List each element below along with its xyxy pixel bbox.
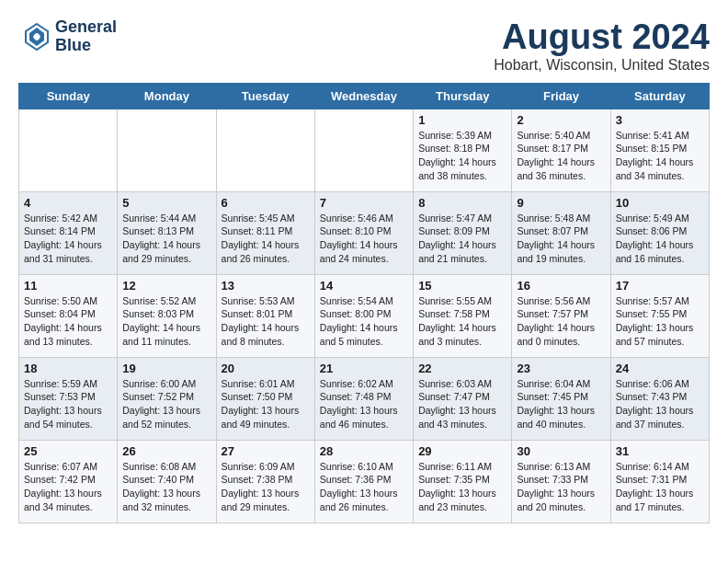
calendar-cell: 8Sunrise: 5:47 AM Sunset: 8:09 PM Daylig… (414, 191, 512, 274)
day-number: 29 (418, 444, 506, 458)
day-info: Sunrise: 6:08 AM Sunset: 7:40 PM Dayligh… (122, 460, 210, 514)
calendar-body: 1Sunrise: 5:39 AM Sunset: 8:18 PM Daylig… (19, 109, 710, 523)
calendar-cell: 28Sunrise: 6:10 AM Sunset: 7:36 PM Dayli… (314, 440, 413, 523)
calendar-header: SundayMondayTuesdayWednesdayThursdayFrid… (19, 83, 710, 109)
day-info: Sunrise: 5:53 AM Sunset: 8:01 PM Dayligh… (222, 294, 310, 349)
calendar-title: August 2024 (494, 18, 710, 57)
calendar-cell: 25Sunrise: 6:07 AM Sunset: 7:42 PM Dayli… (19, 440, 118, 523)
calendar-cell: 2Sunrise: 5:40 AM Sunset: 8:17 PM Daylig… (512, 109, 610, 191)
day-info: Sunrise: 6:01 AM Sunset: 7:50 PM Dayligh… (222, 377, 310, 431)
calendar-cell: 5Sunrise: 5:44 AM Sunset: 8:13 PM Daylig… (118, 191, 216, 274)
day-info: Sunrise: 5:50 AM Sunset: 8:04 PM Dayligh… (24, 294, 112, 349)
day-info: Sunrise: 5:52 AM Sunset: 8:03 PM Dayligh… (122, 294, 210, 349)
day-number: 12 (122, 279, 210, 293)
calendar-cell: 11Sunrise: 5:50 AM Sunset: 8:04 PM Dayli… (19, 274, 118, 357)
calendar-week-row: 1Sunrise: 5:39 AM Sunset: 8:18 PM Daylig… (19, 109, 710, 191)
calendar-cell: 31Sunrise: 6:14 AM Sunset: 7:31 PM Dayli… (610, 440, 709, 523)
title-block: August 2024 Hobart, Wisconsin, United St… (494, 18, 710, 74)
calendar-cell: 12Sunrise: 5:52 AM Sunset: 8:03 PM Dayli… (118, 274, 216, 357)
day-info: Sunrise: 5:56 AM Sunset: 7:57 PM Dayligh… (517, 294, 605, 349)
day-number: 30 (517, 444, 605, 458)
day-info: Sunrise: 6:03 AM Sunset: 7:47 PM Dayligh… (418, 377, 506, 431)
day-info: Sunrise: 5:57 AM Sunset: 7:55 PM Dayligh… (616, 294, 704, 349)
calendar-cell: 1Sunrise: 5:39 AM Sunset: 8:18 PM Daylig… (414, 109, 512, 191)
day-number: 6 (222, 196, 310, 210)
calendar-cell: 14Sunrise: 5:54 AM Sunset: 8:00 PM Dayli… (314, 274, 413, 357)
day-number: 10 (616, 196, 704, 210)
day-info: Sunrise: 5:46 AM Sunset: 8:10 PM Dayligh… (320, 212, 408, 266)
day-of-week-header: Thursday (414, 83, 512, 109)
logo-line2: Blue (55, 37, 117, 55)
day-number: 4 (24, 196, 112, 210)
day-number: 22 (418, 362, 506, 375)
calendar-table: SundayMondayTuesdayWednesdayThursdayFrid… (18, 83, 710, 523)
calendar-cell: 4Sunrise: 5:42 AM Sunset: 8:14 PM Daylig… (19, 191, 118, 274)
logo: General Blue (18, 18, 117, 55)
day-number: 8 (418, 196, 506, 210)
day-number: 17 (616, 279, 704, 293)
calendar-cell: 15Sunrise: 5:55 AM Sunset: 7:58 PM Dayli… (414, 274, 512, 357)
day-info: Sunrise: 6:00 AM Sunset: 7:52 PM Dayligh… (122, 377, 210, 431)
day-info: Sunrise: 5:48 AM Sunset: 8:07 PM Dayligh… (517, 212, 605, 266)
day-info: Sunrise: 6:14 AM Sunset: 7:31 PM Dayligh… (616, 460, 704, 514)
day-number: 7 (320, 196, 408, 210)
calendar-week-row: 11Sunrise: 5:50 AM Sunset: 8:04 PM Dayli… (19, 274, 710, 357)
day-info: Sunrise: 5:39 AM Sunset: 8:18 PM Dayligh… (418, 129, 506, 183)
day-number: 26 (122, 444, 210, 458)
calendar-week-row: 4Sunrise: 5:42 AM Sunset: 8:14 PM Daylig… (19, 191, 710, 274)
logo-line1: General (55, 18, 117, 37)
calendar-cell: 9Sunrise: 5:48 AM Sunset: 8:07 PM Daylig… (512, 191, 610, 274)
day-info: Sunrise: 6:09 AM Sunset: 7:38 PM Dayligh… (222, 460, 310, 514)
day-info: Sunrise: 6:02 AM Sunset: 7:48 PM Dayligh… (320, 377, 408, 431)
calendar-cell: 13Sunrise: 5:53 AM Sunset: 8:01 PM Dayli… (216, 274, 314, 357)
day-number: 31 (616, 444, 704, 458)
calendar-subtitle: Hobart, Wisconsin, United States (494, 57, 710, 74)
calendar-cell: 17Sunrise: 5:57 AM Sunset: 7:55 PM Dayli… (610, 274, 709, 357)
day-info: Sunrise: 5:45 AM Sunset: 8:11 PM Dayligh… (222, 212, 310, 266)
day-info: Sunrise: 5:59 AM Sunset: 7:53 PM Dayligh… (24, 377, 112, 431)
day-info: Sunrise: 6:11 AM Sunset: 7:35 PM Dayligh… (418, 460, 506, 514)
calendar-cell: 6Sunrise: 5:45 AM Sunset: 8:11 PM Daylig… (216, 191, 314, 274)
calendar-cell: 24Sunrise: 6:06 AM Sunset: 7:43 PM Dayli… (610, 357, 709, 440)
logo-icon (18, 20, 51, 53)
day-number: 2 (517, 113, 605, 127)
day-number: 21 (320, 362, 408, 375)
day-of-week-header: Sunday (19, 83, 118, 109)
calendar-cell (216, 109, 314, 191)
day-of-week-header: Wednesday (314, 83, 413, 109)
day-number: 9 (517, 196, 605, 210)
calendar-cell: 21Sunrise: 6:02 AM Sunset: 7:48 PM Dayli… (314, 357, 413, 440)
calendar-cell (314, 109, 413, 191)
day-info: Sunrise: 5:44 AM Sunset: 8:13 PM Dayligh… (122, 212, 210, 266)
calendar-cell (118, 109, 216, 191)
day-number: 27 (222, 444, 310, 458)
day-number: 3 (616, 113, 704, 127)
calendar-cell: 10Sunrise: 5:49 AM Sunset: 8:06 PM Dayli… (610, 191, 709, 274)
day-number: 23 (517, 362, 605, 375)
page-header: General Blue August 2024 Hobart, Wiscons… (18, 18, 710, 74)
calendar-week-row: 18Sunrise: 5:59 AM Sunset: 7:53 PM Dayli… (19, 357, 710, 440)
day-number: 1 (418, 113, 506, 127)
calendar-cell: 27Sunrise: 6:09 AM Sunset: 7:38 PM Dayli… (216, 440, 314, 523)
calendar-week-row: 25Sunrise: 6:07 AM Sunset: 7:42 PM Dayli… (19, 440, 710, 523)
day-number: 11 (24, 279, 112, 293)
day-info: Sunrise: 6:10 AM Sunset: 7:36 PM Dayligh… (320, 460, 408, 514)
day-info: Sunrise: 5:42 AM Sunset: 8:14 PM Dayligh… (24, 212, 112, 266)
calendar-cell: 18Sunrise: 5:59 AM Sunset: 7:53 PM Dayli… (19, 357, 118, 440)
day-number: 24 (616, 362, 704, 375)
day-info: Sunrise: 6:07 AM Sunset: 7:42 PM Dayligh… (24, 460, 112, 514)
day-number: 5 (122, 196, 210, 210)
calendar-cell: 16Sunrise: 5:56 AM Sunset: 7:57 PM Dayli… (512, 274, 610, 357)
day-info: Sunrise: 5:47 AM Sunset: 8:09 PM Dayligh… (418, 212, 506, 266)
day-of-week-header: Tuesday (216, 83, 314, 109)
day-number: 16 (517, 279, 605, 293)
day-number: 14 (320, 279, 408, 293)
calendar-cell: 7Sunrise: 5:46 AM Sunset: 8:10 PM Daylig… (314, 191, 413, 274)
calendar-cell: 3Sunrise: 5:41 AM Sunset: 8:15 PM Daylig… (610, 109, 709, 191)
day-number: 15 (418, 279, 506, 293)
day-info: Sunrise: 6:06 AM Sunset: 7:43 PM Dayligh… (616, 377, 704, 431)
calendar-cell: 22Sunrise: 6:03 AM Sunset: 7:47 PM Dayli… (414, 357, 512, 440)
day-info: Sunrise: 5:41 AM Sunset: 8:15 PM Dayligh… (616, 129, 704, 183)
day-info: Sunrise: 5:40 AM Sunset: 8:17 PM Dayligh… (517, 129, 605, 183)
day-number: 19 (122, 362, 210, 375)
